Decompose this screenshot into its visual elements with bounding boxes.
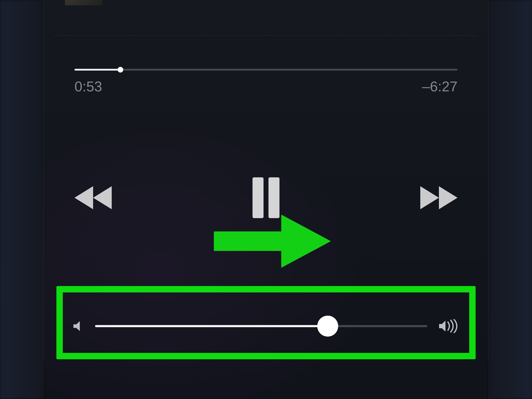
volume-thumb[interactable] <box>317 316 338 336</box>
volume-fill <box>95 325 328 327</box>
volume-slider[interactable] <box>95 325 427 327</box>
scrubber-fill <box>75 69 120 70</box>
scrubber-thumb[interactable] <box>118 67 123 73</box>
background-blur-left <box>0 0 43 399</box>
now-playing-panel: 0:53 –6:27 <box>43 0 489 399</box>
time-remaining: –6:27 <box>422 78 457 95</box>
volume-slider-row <box>73 319 459 333</box>
fast-forward-button[interactable] <box>420 186 457 209</box>
fast-forward-icon <box>420 186 457 209</box>
playback-scrubber[interactable]: 0:53 –6:27 <box>75 69 457 95</box>
background-blur-right <box>489 0 532 399</box>
album-art-thumb <box>65 0 102 5</box>
annotation-arrow-right <box>207 211 335 271</box>
phone-body-curve <box>44 362 488 399</box>
volume-high-icon <box>439 319 459 333</box>
header-divider <box>54 35 478 36</box>
volume-track[interactable] <box>95 325 427 327</box>
arrow-right-icon <box>207 211 335 271</box>
scrubber-time-row: 0:53 –6:27 <box>75 78 457 95</box>
rewind-button[interactable] <box>75 186 112 209</box>
scrubber-track[interactable] <box>75 69 457 70</box>
volume-low-icon <box>73 321 83 331</box>
rewind-icon <box>75 186 112 209</box>
time-elapsed: 0:53 <box>75 78 102 95</box>
track-header-cropped <box>44 0 488 5</box>
